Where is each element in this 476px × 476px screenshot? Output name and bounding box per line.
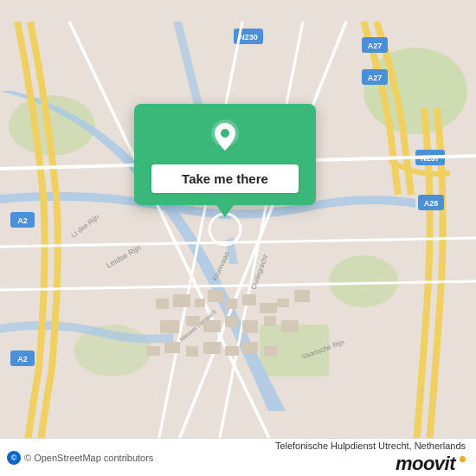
svg-rect-35 — [195, 299, 205, 307]
attribution-area: © © OpenStreetMap contributors — [7, 451, 153, 465]
svg-text:N230: N230 — [239, 33, 258, 42]
svg-rect-46 — [242, 320, 258, 333]
svg-point-2 — [329, 255, 398, 307]
osm-logo: © — [7, 451, 21, 465]
take-me-there-button[interactable]: Take me there — [151, 164, 299, 193]
svg-rect-38 — [242, 294, 256, 306]
right-section: Telefonische Hulpdienst Utrecht, Netherl… — [275, 441, 466, 475]
svg-rect-49 — [147, 346, 160, 356]
svg-rect-43 — [186, 316, 200, 326]
svg-point-1 — [363, 48, 467, 134]
svg-rect-52 — [203, 342, 221, 354]
svg-text:A27: A27 — [368, 42, 383, 50]
moovit-dot — [460, 456, 466, 462]
map-container[interactable]: A2 A2 A27 A27 A28 N237 N230 — [0, 0, 476, 476]
svg-text:A2: A2 — [17, 216, 28, 225]
svg-rect-47 — [264, 316, 276, 326]
svg-rect-54 — [242, 342, 258, 353]
svg-point-59 — [221, 129, 229, 138]
map-background: A2 A2 A27 A27 A28 N237 N230 — [0, 0, 476, 476]
svg-rect-33 — [156, 299, 169, 309]
moovit-text: moovit — [396, 453, 455, 475]
svg-rect-51 — [186, 346, 198, 357]
svg-rect-45 — [225, 316, 238, 327]
location-pin-icon — [206, 119, 244, 158]
svg-rect-39 — [260, 303, 277, 313]
svg-text:A2: A2 — [17, 355, 28, 363]
svg-rect-42 — [160, 320, 179, 333]
svg-rect-34 — [173, 294, 190, 307]
svg-text:A28: A28 — [424, 199, 439, 208]
bottom-bar: © © OpenStreetMap contributors Telefonis… — [0, 438, 476, 476]
svg-rect-55 — [264, 346, 277, 357]
svg-rect-40 — [277, 299, 289, 307]
svg-rect-53 — [225, 346, 239, 356]
svg-rect-50 — [164, 342, 180, 353]
svg-rect-48 — [281, 320, 299, 332]
attribution-text: © OpenStreetMap contributors — [24, 453, 153, 463]
svg-point-57 — [215, 219, 235, 240]
location-name: Telefonische Hulpdienst Utrecht, Netherl… — [275, 441, 466, 451]
moovit-logo: moovit — [396, 453, 466, 475]
svg-rect-37 — [225, 299, 237, 309]
popup-card: Take me there — [134, 104, 316, 205]
svg-rect-36 — [208, 290, 223, 302]
svg-text:A27: A27 — [368, 74, 383, 82]
svg-rect-41 — [294, 290, 310, 302]
svg-rect-44 — [203, 320, 221, 332]
